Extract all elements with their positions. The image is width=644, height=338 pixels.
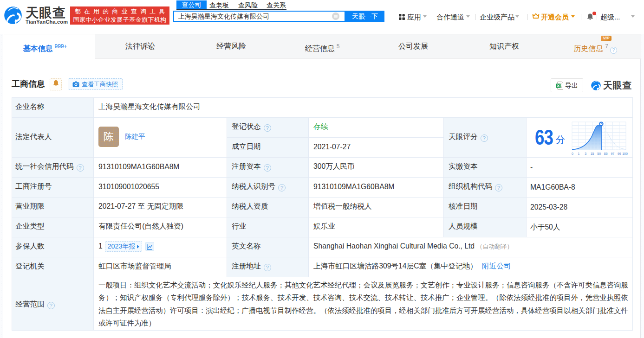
svg-text:85: 85 xyxy=(604,152,608,155)
svg-text:99: 99 xyxy=(618,152,621,155)
svg-text:3: 3 xyxy=(585,152,586,155)
svg-text:15: 15 xyxy=(591,152,594,155)
svg-text:1: 1 xyxy=(578,152,580,155)
svg-text:0: 0 xyxy=(572,152,573,155)
svg-text:50: 50 xyxy=(597,152,601,155)
svg-text:100: 100 xyxy=(622,152,628,155)
svg-text:97: 97 xyxy=(611,152,614,155)
